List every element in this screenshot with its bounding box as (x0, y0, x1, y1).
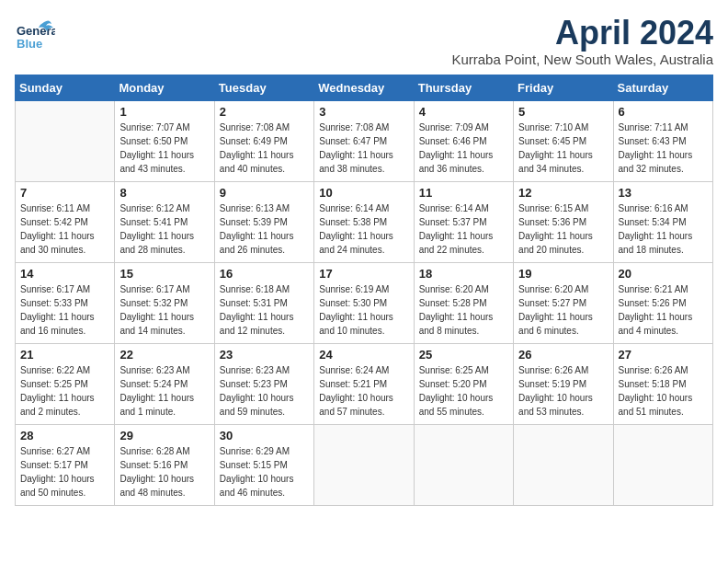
day-info: Sunrise: 7:08 AM Sunset: 6:47 PM Dayligh… (319, 121, 408, 176)
day-number: 27 (619, 348, 708, 362)
day-info: Sunrise: 6:14 AM Sunset: 5:37 PM Dayligh… (419, 201, 508, 257)
day-info: Sunrise: 6:26 AM Sunset: 5:18 PM Dayligh… (619, 363, 708, 419)
day-number: 4 (419, 105, 508, 119)
weekday-header-sunday: Sunday (16, 75, 115, 100)
calendar-cell: 26Sunrise: 6:26 AM Sunset: 5:19 PM Dayli… (514, 343, 613, 424)
calendar-cell: 18Sunrise: 6:20 AM Sunset: 5:28 PM Dayli… (414, 262, 513, 343)
page-header: General Blue April 2024 Kurraba Point, N… (15, 15, 713, 67)
logo: General Blue (15, 15, 55, 55)
day-number: 21 (20, 348, 109, 362)
week-row-4: 21Sunrise: 6:22 AM Sunset: 5:25 PM Dayli… (16, 343, 713, 424)
calendar-cell: 11Sunrise: 6:14 AM Sunset: 5:37 PM Dayli… (414, 181, 513, 262)
day-info: Sunrise: 6:23 AM Sunset: 5:24 PM Dayligh… (119, 363, 209, 419)
weekday-header-row: SundayMondayTuesdayWednesdayThursdayFrid… (16, 75, 713, 100)
title-area: April 2024 Kurraba Point, New South Wale… (451, 15, 713, 67)
day-info: Sunrise: 6:27 AM Sunset: 5:17 PM Dayligh… (20, 444, 109, 500)
weekday-header-saturday: Saturday (613, 75, 712, 100)
calendar-cell: 22Sunrise: 6:23 AM Sunset: 5:24 PM Dayli… (115, 343, 214, 424)
calendar-cell: 25Sunrise: 6:25 AM Sunset: 5:20 PM Dayli… (414, 343, 513, 424)
calendar-cell: 5Sunrise: 7:10 AM Sunset: 6:45 PM Daylig… (514, 100, 613, 181)
day-number: 5 (518, 105, 608, 119)
day-info: Sunrise: 6:29 AM Sunset: 5:15 PM Dayligh… (220, 444, 309, 500)
day-number: 11 (419, 186, 508, 200)
day-number: 22 (119, 348, 209, 362)
day-info: Sunrise: 6:14 AM Sunset: 5:38 PM Dayligh… (319, 201, 408, 257)
day-number: 28 (20, 429, 109, 442)
calendar-cell: 4Sunrise: 7:09 AM Sunset: 6:46 PM Daylig… (414, 100, 513, 181)
day-info: Sunrise: 6:17 AM Sunset: 5:32 PM Dayligh… (119, 282, 209, 338)
day-number: 1 (119, 105, 209, 119)
weekday-header-friday: Friday (514, 75, 613, 100)
day-number: 12 (518, 186, 608, 200)
day-number: 16 (220, 267, 309, 281)
location: Kurraba Point, New South Wales, Australi… (451, 52, 713, 67)
calendar-cell: 2Sunrise: 7:08 AM Sunset: 6:49 PM Daylig… (214, 100, 313, 181)
day-number: 17 (319, 267, 408, 281)
calendar-table: SundayMondayTuesdayWednesdayThursdayFrid… (15, 75, 713, 506)
week-row-2: 7Sunrise: 6:11 AM Sunset: 5:42 PM Daylig… (16, 181, 713, 262)
calendar-cell: 16Sunrise: 6:18 AM Sunset: 5:31 PM Dayli… (214, 262, 313, 343)
day-info: Sunrise: 6:16 AM Sunset: 5:34 PM Dayligh… (619, 201, 708, 257)
day-number: 10 (319, 186, 408, 200)
calendar-cell: 6Sunrise: 7:11 AM Sunset: 6:43 PM Daylig… (613, 100, 712, 181)
day-info: Sunrise: 6:22 AM Sunset: 5:25 PM Dayligh… (20, 363, 109, 419)
day-number: 20 (619, 267, 708, 281)
calendar-cell: 28Sunrise: 6:27 AM Sunset: 5:17 PM Dayli… (16, 424, 115, 505)
day-info: Sunrise: 6:28 AM Sunset: 5:16 PM Dayligh… (119, 444, 209, 500)
day-info: Sunrise: 7:07 AM Sunset: 6:50 PM Dayligh… (119, 121, 209, 176)
calendar-cell (613, 424, 712, 505)
day-info: Sunrise: 6:24 AM Sunset: 5:21 PM Dayligh… (319, 363, 408, 419)
calendar-cell: 30Sunrise: 6:29 AM Sunset: 5:15 PM Dayli… (214, 424, 313, 505)
day-info: Sunrise: 6:13 AM Sunset: 5:39 PM Dayligh… (220, 201, 309, 257)
day-number: 14 (20, 267, 109, 281)
calendar-cell: 10Sunrise: 6:14 AM Sunset: 5:38 PM Dayli… (314, 181, 414, 262)
day-info: Sunrise: 6:15 AM Sunset: 5:36 PM Dayligh… (518, 201, 608, 257)
day-info: Sunrise: 7:10 AM Sunset: 6:45 PM Dayligh… (518, 121, 608, 176)
day-number: 13 (619, 186, 708, 200)
weekday-header-wednesday: Wednesday (314, 75, 414, 100)
day-number: 24 (319, 348, 408, 362)
day-info: Sunrise: 6:25 AM Sunset: 5:20 PM Dayligh… (419, 363, 508, 419)
day-number: 30 (220, 429, 309, 442)
calendar-cell: 8Sunrise: 6:12 AM Sunset: 5:41 PM Daylig… (115, 181, 214, 262)
calendar-cell: 1Sunrise: 7:07 AM Sunset: 6:50 PM Daylig… (115, 100, 214, 181)
calendar-cell (16, 100, 115, 181)
calendar-cell (514, 424, 613, 505)
day-info: Sunrise: 6:23 AM Sunset: 5:23 PM Dayligh… (220, 363, 309, 419)
day-number: 19 (518, 267, 608, 281)
weekday-header-thursday: Thursday (414, 75, 513, 100)
day-info: Sunrise: 6:11 AM Sunset: 5:42 PM Dayligh… (20, 201, 109, 257)
month-title: April 2024 (451, 15, 713, 52)
day-number: 18 (419, 267, 508, 281)
calendar-cell: 3Sunrise: 7:08 AM Sunset: 6:47 PM Daylig… (314, 100, 414, 181)
calendar-cell: 13Sunrise: 6:16 AM Sunset: 5:34 PM Dayli… (613, 181, 712, 262)
calendar-cell: 23Sunrise: 6:23 AM Sunset: 5:23 PM Dayli… (214, 343, 313, 424)
day-info: Sunrise: 6:19 AM Sunset: 5:30 PM Dayligh… (319, 282, 408, 338)
calendar-cell: 9Sunrise: 6:13 AM Sunset: 5:39 PM Daylig… (214, 181, 313, 262)
weekday-header-monday: Monday (115, 75, 214, 100)
day-number: 6 (619, 105, 708, 119)
calendar-cell: 12Sunrise: 6:15 AM Sunset: 5:36 PM Dayli… (514, 181, 613, 262)
day-info: Sunrise: 6:26 AM Sunset: 5:19 PM Dayligh… (518, 363, 608, 419)
calendar-cell: 14Sunrise: 6:17 AM Sunset: 5:33 PM Dayli… (16, 262, 115, 343)
logo-icon: General Blue (15, 15, 55, 55)
svg-text:Blue: Blue (17, 37, 42, 51)
day-number: 29 (119, 429, 209, 442)
day-number: 8 (119, 186, 209, 200)
day-number: 26 (518, 348, 608, 362)
calendar-cell: 29Sunrise: 6:28 AM Sunset: 5:16 PM Dayli… (115, 424, 214, 505)
calendar-cell: 19Sunrise: 6:20 AM Sunset: 5:27 PM Dayli… (514, 262, 613, 343)
day-number: 15 (119, 267, 209, 281)
day-info: Sunrise: 6:18 AM Sunset: 5:31 PM Dayligh… (220, 282, 309, 338)
calendar-cell: 24Sunrise: 6:24 AM Sunset: 5:21 PM Dayli… (314, 343, 414, 424)
day-info: Sunrise: 6:17 AM Sunset: 5:33 PM Dayligh… (20, 282, 109, 338)
calendar-cell: 15Sunrise: 6:17 AM Sunset: 5:32 PM Dayli… (115, 262, 214, 343)
day-number: 3 (319, 105, 408, 119)
day-number: 2 (220, 105, 309, 119)
day-info: Sunrise: 7:09 AM Sunset: 6:46 PM Dayligh… (419, 121, 508, 176)
weekday-header-tuesday: Tuesday (214, 75, 313, 100)
calendar-cell: 27Sunrise: 6:26 AM Sunset: 5:18 PM Dayli… (613, 343, 712, 424)
day-number: 23 (220, 348, 309, 362)
calendar-cell (414, 424, 513, 505)
calendar-cell: 17Sunrise: 6:19 AM Sunset: 5:30 PM Dayli… (314, 262, 414, 343)
